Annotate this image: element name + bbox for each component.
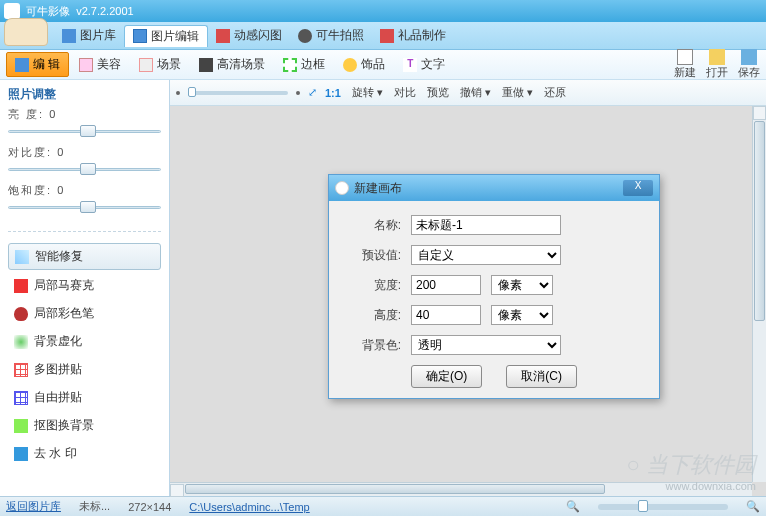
preset-select[interactable]: 自定义: [411, 245, 561, 265]
tool-freecollage[interactable]: 自由拼贴: [8, 385, 161, 410]
contrast-label: 对比度: 0: [8, 145, 161, 160]
gift-icon: [380, 29, 394, 43]
name-input[interactable]: [411, 215, 561, 235]
compare-button[interactable]: 对比: [391, 85, 416, 100]
tool-blur[interactable]: 背景虚化: [8, 329, 161, 354]
dialog-icon: [335, 181, 349, 195]
height-label: 高度:: [345, 307, 401, 324]
wand-icon: [15, 250, 29, 264]
preview-button[interactable]: 预览: [424, 85, 449, 100]
status-bar: 返回图片库 未标... 272×144 C:\Users\adminc...\T…: [0, 496, 766, 516]
subtab-border[interactable]: 边框: [275, 53, 333, 76]
text-icon: T: [403, 58, 417, 72]
new-button[interactable]: 新建: [674, 49, 696, 80]
status-path-link[interactable]: C:\Users\adminc...\Temp: [189, 501, 309, 513]
vertical-scrollbar[interactable]: [752, 106, 766, 482]
height-input[interactable]: [411, 305, 481, 325]
zoom-ratio[interactable]: 1:1: [325, 87, 341, 99]
tool-brush[interactable]: 局部彩色笔: [8, 301, 161, 326]
tab-camera[interactable]: 可牛拍照: [290, 25, 372, 46]
mascot-icon: [4, 18, 48, 46]
apple-icon: [14, 307, 28, 321]
subtab-hd[interactable]: 高清场景: [191, 53, 273, 76]
left-panel: 照片调整 亮 度: 0 对比度: 0 饱和度: 0 智能修复 局部马赛克 局部彩…: [0, 80, 170, 496]
tool-mosaic[interactable]: 局部马赛克: [8, 273, 161, 298]
brightness-label: 亮 度: 0: [8, 107, 161, 122]
save-icon: [741, 49, 757, 65]
title-bar: 可牛影像 v2.7.2.2001: [0, 0, 766, 22]
rotate-button[interactable]: 旋转▾: [349, 85, 383, 100]
tab-library[interactable]: 图片库: [54, 25, 124, 46]
canvas-toolbar: ⤢ 1:1 旋转▾ 对比 预览 撤销▾ 重做▾ 还原: [170, 80, 766, 106]
cancel-button[interactable]: 取消(C): [506, 365, 577, 388]
tab-edit[interactable]: 图片编辑: [124, 25, 208, 47]
status-zoom-slider[interactable]: [598, 504, 728, 510]
dialog-titlebar[interactable]: 新建画布 X: [329, 175, 659, 201]
name-label: 名称:: [345, 217, 401, 234]
app-title: 可牛影像 v2.7.2.2001: [26, 4, 134, 19]
undo-button[interactable]: 撤销▾: [457, 85, 491, 100]
beauty-icon: [79, 58, 93, 72]
subtab-scene[interactable]: 场景: [131, 53, 189, 76]
edit-sub-icon: [15, 58, 29, 72]
horizontal-scrollbar[interactable]: [170, 482, 752, 496]
status-filename: 未标...: [79, 499, 110, 514]
tool-cutout[interactable]: 抠图换背景: [8, 413, 161, 438]
zoom-in-icon[interactable]: [296, 91, 300, 95]
dialog-title: 新建画布: [354, 180, 402, 197]
dialog-close-button[interactable]: X: [623, 180, 653, 196]
width-unit-select[interactable]: 像素: [491, 275, 553, 295]
subtab-decor[interactable]: 饰品: [335, 53, 393, 76]
grid-icon: [14, 363, 28, 377]
tool-watermark[interactable]: 去 水 印: [8, 441, 161, 466]
tab-gift[interactable]: 礼品制作: [372, 25, 454, 46]
saturation-slider[interactable]: [8, 199, 161, 215]
cutout-icon: [14, 419, 28, 433]
open-button[interactable]: 打开: [706, 49, 728, 80]
subtab-text[interactable]: T文字: [395, 53, 453, 76]
width-label: 宽度:: [345, 277, 401, 294]
tool-collage[interactable]: 多图拼贴: [8, 357, 161, 382]
preset-label: 预设值:: [345, 247, 401, 264]
subtab-edit[interactable]: 编 辑: [6, 52, 69, 77]
app-logo-icon: [4, 3, 20, 19]
bgcolor-select[interactable]: 透明: [411, 335, 561, 355]
zoom-slider[interactable]: [188, 91, 288, 95]
edit-icon: [133, 29, 147, 43]
blur-icon: [14, 335, 28, 349]
flash-icon: [216, 29, 230, 43]
status-back-link[interactable]: 返回图片库: [6, 499, 61, 514]
tab-flash[interactable]: 动感闪图: [208, 25, 290, 46]
save-button[interactable]: 保存: [738, 49, 760, 80]
restore-button[interactable]: 还原: [541, 85, 566, 100]
adjust-header: 照片调整: [8, 86, 161, 103]
sub-toolbar: 编 辑 美容 场景 高清场景 边框 饰品 T文字 新建 打开 保存: [0, 50, 766, 80]
new-canvas-dialog: 新建画布 X 名称: 预设值: 自定义 宽度: 像素 高度: 像素 背景色: 透…: [328, 174, 660, 399]
camera-icon: [298, 29, 312, 43]
brightness-slider[interactable]: [8, 123, 161, 139]
bgcolor-label: 背景色:: [345, 337, 401, 354]
contrast-slider[interactable]: [8, 161, 161, 177]
width-input[interactable]: [411, 275, 481, 295]
tool-smartfix[interactable]: 智能修复: [8, 243, 161, 270]
decor-icon: [343, 58, 357, 72]
hd-icon: [199, 58, 213, 72]
scene-icon: [139, 58, 153, 72]
subtab-beauty[interactable]: 美容: [71, 53, 129, 76]
height-unit-select[interactable]: 像素: [491, 305, 553, 325]
saturation-label: 饱和度: 0: [8, 183, 161, 198]
status-zoom-out-icon[interactable]: 🔍: [566, 500, 580, 513]
library-icon: [62, 29, 76, 43]
border-icon: [283, 58, 297, 72]
watermark-icon: [14, 447, 28, 461]
redo-button[interactable]: 重做▾: [499, 85, 533, 100]
open-icon: [709, 49, 725, 65]
heart-icon: [14, 279, 28, 293]
status-zoom-in-icon[interactable]: 🔍: [746, 500, 760, 513]
grid2-icon: [14, 391, 28, 405]
zoom-out-icon[interactable]: [176, 91, 180, 95]
zoom-fit-icon[interactable]: ⤢: [308, 86, 317, 99]
status-dimensions: 272×144: [128, 501, 171, 513]
ok-button[interactable]: 确定(O): [411, 365, 482, 388]
new-icon: [677, 49, 693, 65]
